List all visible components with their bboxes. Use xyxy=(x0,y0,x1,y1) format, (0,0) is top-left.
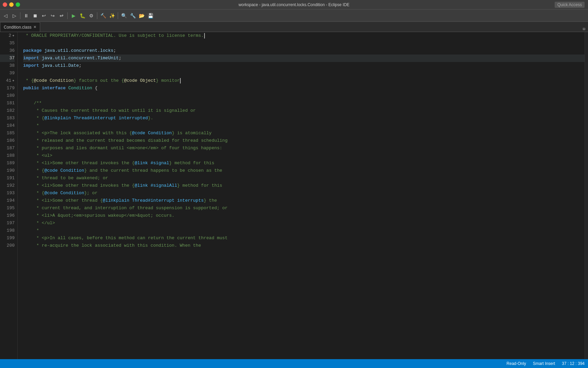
toolbar-build-button[interactable]: 🔨 xyxy=(99,12,107,20)
line-num-198: 198 xyxy=(0,227,15,234)
toolbar-refactor-button[interactable]: 🔧 xyxy=(129,12,137,20)
code-line-179: public interface Condition { xyxy=(23,85,585,92)
code-line-39 xyxy=(23,70,585,77)
editor-scrollbar[interactable] xyxy=(585,32,588,359)
cursor-41 xyxy=(180,78,181,83)
line-num-179: 179 xyxy=(0,85,15,92)
toolbar-back-button[interactable]: ◁ xyxy=(1,12,10,20)
code-line-185: * <p>The lock associated with this {@cod… xyxy=(23,129,585,137)
read-only-status: Read-Only xyxy=(507,361,526,366)
line-num-189: 189 xyxy=(0,159,15,167)
close-window-button[interactable] xyxy=(3,2,7,7)
insert-mode-status: Smart Insert xyxy=(533,361,555,366)
cursor-position: 37 : 12 : 394 xyxy=(562,361,585,366)
editor-minimize-bar[interactable]: ⊟ xyxy=(583,27,588,32)
toolbar: ◁ ▷ ⏸ ⏹ ↩ ↪ ↫ ▶ 🐛 ⚙ 🔨 ✨ 🔍 🔧 📂 💾 xyxy=(0,10,588,22)
line-num-39: 39 xyxy=(0,70,15,77)
toolbar-sep-1 xyxy=(20,12,20,19)
toolbar-step-return-button[interactable]: ↫ xyxy=(58,12,66,20)
toolbar-debug-button[interactable]: 🐛 xyxy=(78,12,86,20)
line-num-185: 185 xyxy=(0,129,15,137)
code-line-182: * Causes the current thread to wait unti… xyxy=(23,107,585,114)
tab-close-button[interactable]: ✕ xyxy=(33,25,36,29)
code-line-191: * thread to be awakened; or xyxy=(23,174,585,182)
toolbar-pause-button[interactable]: ⏸ xyxy=(22,12,30,20)
quick-access-button[interactable]: Quick Access xyxy=(555,2,585,8)
toolbar-open-button[interactable]: 📂 xyxy=(137,12,146,20)
code-line-181: /** xyxy=(23,99,585,107)
line-num-194: 194 xyxy=(0,197,15,204)
code-line-190: * {@code Condition} and the current thre… xyxy=(23,167,585,174)
minimize-window-button[interactable] xyxy=(9,2,14,7)
line-num-188: 188 xyxy=(0,152,15,159)
toolbar-profile-button[interactable]: ⚙ xyxy=(87,12,95,20)
toolbar-clean-button[interactable]: ✨ xyxy=(108,12,116,20)
code-line-198: * xyxy=(23,227,585,234)
line-num-183: 183 xyxy=(0,114,15,122)
title-bar: workspace - java.util.concurrent.locks.C… xyxy=(0,0,588,10)
code-line-193: * {@code Condition}; or xyxy=(23,189,585,197)
code-line-2: * ORACLE PROPRIETARY/CONFIDENTIAL. Use i… xyxy=(23,32,585,40)
code-editor[interactable]: * ORACLE PROPRIETARY/CONFIDENTIAL. Use i… xyxy=(18,32,585,359)
code-line-192: * <li>Some other thread invokes the {@li… xyxy=(23,182,585,189)
code-line-38: import java.util.Date; xyxy=(23,62,585,70)
line-num-191: 191 xyxy=(0,174,15,182)
maximize-window-button[interactable] xyxy=(16,2,20,7)
line-num-37: 37 xyxy=(0,55,15,62)
editor-container: 2✦ 35 36 37 38 39 41✦ 179 180 181▷ 182 1… xyxy=(0,32,588,359)
line-num-2: 2✦ xyxy=(0,32,15,40)
line-num-181: 181▷ xyxy=(0,99,15,107)
code-line-194: * <li>Some other thread {@linkplain Thre… xyxy=(23,197,585,204)
tab-label: Condition.class xyxy=(4,25,31,30)
line-numbers-gutter: 2✦ 35 36 37 38 39 41✦ 179 180 181▷ 182 1… xyxy=(0,32,18,359)
code-line-180 xyxy=(23,92,585,99)
code-line-183: * {@linkplain Thread#interrupt interrupt… xyxy=(23,114,585,122)
minimize-icon[interactable]: ⊟ xyxy=(583,27,585,32)
toolbar-step-button[interactable]: ↩ xyxy=(40,12,48,20)
code-line-37: import java.util.concurrent.TimeUnit; xyxy=(23,55,585,62)
line-num-200: 200 xyxy=(0,242,15,249)
line-num-192: 192 xyxy=(0,182,15,189)
line-num-190: 190 xyxy=(0,167,15,174)
line-num-199: 199 xyxy=(0,234,15,242)
code-line-200: * re-acquire the lock associated with th… xyxy=(23,242,585,249)
code-line-41: * {@code Condition} factors out the {@co… xyxy=(23,77,585,85)
code-line-195: * current thread, and interruption of th… xyxy=(23,204,585,212)
toolbar-run-button[interactable]: ▶ xyxy=(69,12,78,20)
line-num-197: 197 xyxy=(0,219,15,227)
line-num-38: 38 xyxy=(0,62,15,70)
comment-text: * ORACLE PROPRIETARY/CONFIDENTIAL. Use i… xyxy=(23,32,204,40)
line-num-187: 187 xyxy=(0,144,15,152)
code-line-199: * <p>In all cases, before this method ca… xyxy=(23,234,585,242)
tab-bar: Condition.class ✕ ⊟ xyxy=(0,22,588,32)
code-line-196: * <li>A &quot;<em>spurious wakeup</em>&q… xyxy=(23,212,585,219)
code-line-184: * xyxy=(23,122,585,129)
toolbar-stop-button[interactable]: ⏹ xyxy=(31,12,39,20)
line-num-180: 180 xyxy=(0,92,15,99)
line-num-36: 36 xyxy=(0,47,15,55)
status-bar: Read-Only Smart Insert 37 : 12 : 394 xyxy=(0,359,588,368)
line-num-196: 196 xyxy=(0,212,15,219)
cursor xyxy=(204,33,205,39)
code-line-36: package java.util.concurrent.locks; xyxy=(23,47,585,55)
toolbar-fwd-button[interactable]: ▷ xyxy=(10,12,18,20)
toolbar-save-button[interactable]: 💾 xyxy=(146,12,154,20)
toolbar-sep-3 xyxy=(97,12,97,19)
line-num-182: 182 xyxy=(0,107,15,114)
code-line-35 xyxy=(23,40,585,47)
code-line-186: * released and the current thread become… xyxy=(23,137,585,144)
toolbar-search-button[interactable]: 🔍 xyxy=(120,12,128,20)
line-num-41: 41✦ xyxy=(0,77,15,85)
line-num-186: 186 xyxy=(0,137,15,144)
toolbar-step-over-button[interactable]: ↪ xyxy=(49,12,57,20)
code-line-189: * <li>Some other thread invokes the {@li… xyxy=(23,159,585,167)
line-num-193: 193 xyxy=(0,189,15,197)
code-line-187: * purposes and lies dormant until <em>on… xyxy=(23,144,585,152)
tab-condition-class[interactable]: Condition.class ✕ xyxy=(0,22,40,32)
window-title: workspace - java.util.concurrent.locks.C… xyxy=(239,2,349,7)
toolbar-sep-4 xyxy=(118,12,118,19)
line-num-35: 35 xyxy=(0,40,15,47)
line-num-195: 195 xyxy=(0,204,15,212)
toolbar-sep-2 xyxy=(67,12,68,19)
code-line-197: * </ul> xyxy=(23,219,585,227)
